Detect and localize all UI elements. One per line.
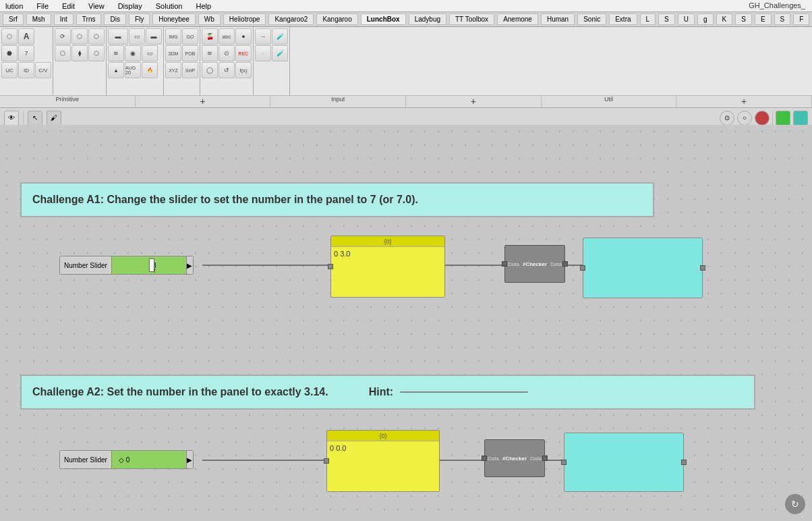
slider-2-track[interactable]: ◇ 0 <box>112 451 186 468</box>
output-panel-1[interactable] <box>583 238 703 298</box>
tab-u[interactable]: U <box>678 13 695 25</box>
panel-1[interactable]: {0} 0 3.0 <box>330 236 445 298</box>
toolbar-btn-cherry[interactable]: 🍒 <box>202 28 218 45</box>
toolbar-btn-arrow-r2[interactable]: → <box>255 45 271 61</box>
toolbar-btn-circle[interactable]: ● <box>235 28 252 45</box>
toolbar-btn-22[interactable]: 🔥 <box>142 62 158 78</box>
toolbar-btn-refresh[interactable]: ↺ <box>219 62 235 78</box>
tab-heliotrope[interactable]: Heliotrope <box>223 13 266 25</box>
tab-wb[interactable]: Wb <box>198 13 221 25</box>
toolbar-btn-pob[interactable]: POB <box>182 45 198 61</box>
toolbar-btn-flask1[interactable]: 🧪 <box>272 28 288 45</box>
toolbar-btn-wave[interactable]: ≋ <box>202 45 218 61</box>
checker-1[interactable]: Data Data #Checker <box>504 245 565 283</box>
toolbar-btn-15[interactable]: ▭ <box>129 28 145 45</box>
tab-msh[interactable]: Msh <box>26 13 51 25</box>
tab-s2[interactable]: S <box>735 13 752 25</box>
tab-int[interactable]: Int <box>54 13 74 25</box>
toolbar-btn-21[interactable]: AUG 20 <box>125 62 141 78</box>
toolbar-btn-14[interactable]: ▬ <box>108 28 128 45</box>
toolbar-btn-20[interactable]: ▲ <box>108 62 124 78</box>
tab-extra[interactable]: Extra <box>609 13 637 25</box>
tab-l[interactable]: L <box>640 13 656 25</box>
toolbar-btn-2[interactable]: A <box>18 28 34 45</box>
tab-f[interactable]: F <box>793 13 809 25</box>
slider-1-thumb[interactable] <box>149 258 154 272</box>
toolbar-btn-13[interactable]: ⬡ <box>88 45 105 61</box>
toolbar-btn-8[interactable]: ⟳ <box>55 28 71 45</box>
tab-trns[interactable]: Trns <box>76 13 102 25</box>
paint-icon[interactable]: 🖌 <box>47 111 61 126</box>
toolbar-btn-3dm[interactable]: 3DM <box>165 45 181 61</box>
tab-anemone[interactable]: Anemone <box>497 13 538 25</box>
view-btn-teal[interactable] <box>793 111 808 126</box>
toolbar-btn-abc[interactable]: abc <box>219 28 235 45</box>
toolbar-btn-16[interactable]: ▬ <box>146 28 162 45</box>
panel-2[interactable]: {0} 0 0.0 <box>326 430 440 492</box>
toolbar-btn-18[interactable]: ◉ <box>125 45 141 61</box>
tab-sonic[interactable]: Sonic <box>577 13 606 25</box>
menu-item-edit[interactable]: Edit <box>59 1 78 11</box>
toolbar-btn-9[interactable]: ⬡ <box>71 28 88 45</box>
tab-g[interactable]: g <box>697 13 714 25</box>
menu-item-file[interactable]: File <box>34 1 51 11</box>
toolbar-btn-go[interactable]: GO <box>182 28 198 45</box>
section-label-primitive-expand[interactable]: + <box>136 96 271 107</box>
cursor-icon[interactable]: ↖ <box>28 111 42 126</box>
canvas-area[interactable]: Challenge A1: Change the slider to set t… <box>0 125 812 521</box>
tab-k[interactable]: K <box>716 13 733 25</box>
menu-item-view[interactable]: View <box>86 1 107 11</box>
menu-item-lution[interactable]: lution <box>3 1 26 11</box>
slider-1-track[interactable]: 3 ↑ <box>112 256 186 274</box>
tab-s1[interactable]: S <box>658 13 675 25</box>
tab-tt-toolbox[interactable]: TT Toolbox <box>449 13 494 25</box>
toolbar-btn-img[interactable]: IMG <box>165 28 181 45</box>
tab-srf[interactable]: Srf <box>3 13 24 25</box>
menu-item-help[interactable]: Help <box>194 1 214 11</box>
tab-ladybug[interactable]: Ladybug <box>409 13 446 25</box>
view-btn-zoom[interactable]: ⊙ <box>720 111 734 126</box>
tab-e[interactable]: E <box>755 13 772 25</box>
output-panel-2[interactable] <box>564 433 684 492</box>
toolbar-btn-shp[interactable]: SHP <box>182 62 198 78</box>
toolbar-btn-19[interactable]: ▭ <box>142 45 158 61</box>
menu-item-display[interactable]: Display <box>115 1 145 11</box>
tab-fly[interactable]: Fly <box>129 13 150 25</box>
tab-lunchbox[interactable]: LunchBox <box>361 13 406 25</box>
checker-2[interactable]: Data Data #Checker <box>484 439 545 477</box>
view-btn-red[interactable] <box>755 111 770 126</box>
section-label-input-expand[interactable]: + <box>406 96 542 107</box>
toolbar-btn-xyz[interactable]: XYZ <box>165 62 181 78</box>
tab-dis[interactable]: Dis <box>104 13 125 25</box>
toolbar-btn-1[interactable]: ⬡ <box>1 28 18 45</box>
tab-kangaroo2[interactable]: Kangaroo2 <box>268 13 314 25</box>
tab-s3[interactable]: S <box>774 13 791 25</box>
menu-item-solution[interactable]: Solution <box>153 1 185 11</box>
toolbar-btn-11[interactable]: ⬡ <box>55 45 71 61</box>
toolbar-btn-5[interactable]: UC <box>1 62 18 78</box>
toolbar-btn-6[interactable]: ID <box>18 62 34 78</box>
view-btn-zoom2[interactable]: ○ <box>737 111 752 126</box>
toolbar-btn-7[interactable]: C/V <box>35 62 51 78</box>
hint-line <box>400 391 528 393</box>
section-label-util-expand[interactable]: + <box>676 96 812 107</box>
tab-kangaroo[interactable]: Kangaroo <box>316 13 357 25</box>
toolbar-btn-flask2[interactable]: 🧪 <box>272 45 288 61</box>
number-slider-1[interactable]: Number Slider 3 ↑ ▶ <box>59 256 194 275</box>
toolbar-btn-10[interactable]: ⬡ <box>88 28 105 45</box>
number-slider-2[interactable]: Number Slider ◇ 0 ▶ <box>59 450 194 469</box>
tab-bar: Srf Msh Int Trns Dis Fly Honeybee Wb Hel… <box>0 12 812 27</box>
toolbar-btn-rec[interactable]: REC <box>235 45 252 61</box>
tab-human[interactable]: Human <box>541 13 575 25</box>
toolbar-btn-3[interactable]: ⬣ <box>1 45 18 61</box>
toolbar-btn-4[interactable]: 7 <box>18 45 34 61</box>
toolbar-btn-circle2[interactable]: ◯ <box>202 62 218 78</box>
toolbar-btn-17[interactable]: ≋ <box>108 45 124 61</box>
tab-honeybee[interactable]: Honeybee <box>152 13 196 25</box>
toolbar-btn-dot[interactable]: ⊙ <box>219 45 235 61</box>
eye-icon[interactable]: 👁 <box>4 111 19 126</box>
toolbar-btn-fx[interactable]: f(x) <box>235 62 252 78</box>
toolbar-btn-arrow-r1[interactable]: → <box>255 28 271 45</box>
view-btn-green[interactable] <box>776 111 790 126</box>
toolbar-btn-12[interactable]: ⧫ <box>71 45 88 61</box>
